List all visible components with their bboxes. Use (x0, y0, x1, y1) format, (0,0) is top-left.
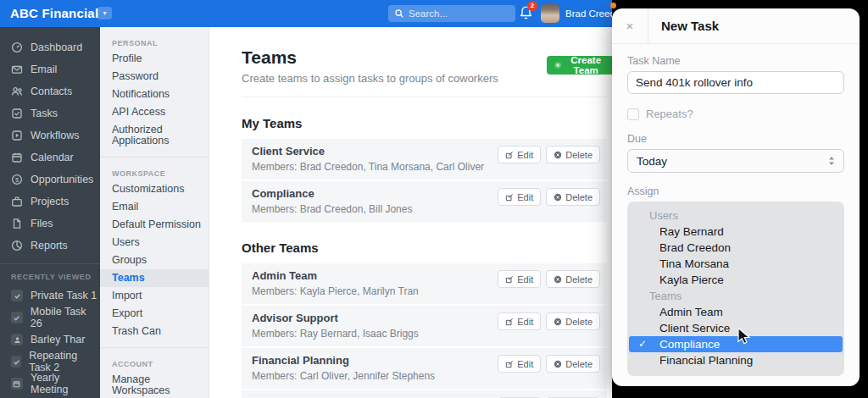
edit-button[interactable]: Edit (498, 270, 541, 288)
edit-label: Edit (517, 274, 533, 285)
assign-option-tina-morsana[interactable]: Tina Morsana (627, 256, 844, 272)
assign-option-compliance[interactable]: ✓ Compliance (629, 336, 843, 352)
main-content: Teams Create teams to assign tasks to gr… (209, 27, 614, 398)
task-check-icon (11, 356, 21, 368)
recent-item-private-task-1[interactable]: Private Task 1 (0, 285, 100, 307)
recent-item-yearly-meeting[interactable]: Yearly Meeting (0, 373, 100, 395)
workspace-switcher-caret[interactable]: ▾ (97, 7, 112, 19)
settings-sidebar: PERSONAL Profile Password Notifications … (100, 27, 209, 398)
sidebar-item-opportunities[interactable]: $ Opportunities (0, 169, 100, 191)
assign-option-label: Compliance (659, 338, 720, 351)
workspace-name: ABC Financial (10, 6, 98, 20)
recently-viewed-heading: RECENTLY VIEWED (0, 264, 100, 285)
repeats-checkbox[interactable] (627, 108, 639, 120)
sidebar-item-projects[interactable]: Projects (0, 191, 100, 213)
edit-pencil-icon (505, 275, 514, 284)
sidebar-item-reports[interactable]: Reports (0, 235, 100, 257)
settings-item-email[interactable]: Email (100, 198, 209, 216)
notifications-button[interactable]: 2 (519, 5, 534, 22)
settings-item-export[interactable]: Export (100, 305, 209, 323)
edit-button[interactable]: Edit (498, 188, 541, 206)
edit-button[interactable]: Edit (498, 146, 541, 163)
settings-item-api-access[interactable]: API Access (100, 103, 209, 121)
edit-pencil-icon (505, 360, 514, 368)
settings-item-profile[interactable]: Profile (100, 50, 209, 68)
user-avatar[interactable] (541, 4, 559, 23)
modal-body: Task Name Repeats? Due Today Assign User… (612, 44, 860, 376)
assign-option-client-service[interactable]: Client Service (627, 320, 844, 336)
delete-circle-icon (554, 275, 562, 284)
team-row-client-service: Client Service Members: Brad Creedon, Ti… (242, 139, 607, 180)
edit-button[interactable]: Edit (498, 312, 541, 330)
recent-item-repeating-task-2[interactable]: Repeating Task 2 (0, 351, 100, 373)
edit-button[interactable]: Edit (498, 355, 541, 373)
assign-option-financial-planning[interactable]: Financial Planning (627, 352, 844, 368)
pie-chart-icon (11, 240, 23, 252)
delete-button[interactable]: Delete (546, 355, 600, 373)
settings-item-notifications[interactable]: Notifications (100, 86, 209, 103)
new-task-modal: × New Task Task Name Repeats? Due Today … (612, 8, 860, 386)
recent-item-barley-thar[interactable]: Barley Thar (0, 329, 100, 351)
mouse-cursor (737, 327, 751, 347)
settings-item-authorized-applications[interactable]: Authorized Applications (100, 121, 209, 150)
create-team-button[interactable]: Create Team (547, 56, 614, 75)
task-check-icon (11, 312, 23, 323)
check-icon: ✓ (638, 336, 647, 352)
chevron-down-icon: ▾ (103, 9, 106, 17)
due-label: Due (627, 133, 844, 145)
sidebar-item-tasks[interactable]: Tasks (0, 102, 100, 124)
file-icon (11, 218, 23, 229)
delete-button[interactable]: Delete (546, 270, 600, 288)
sidebar-item-files[interactable]: Files (0, 213, 100, 235)
edit-pencil-icon (505, 193, 514, 202)
delete-button[interactable]: Delete (546, 188, 600, 206)
task-check-icon (11, 108, 23, 119)
task-name-input[interactable] (627, 71, 844, 94)
due-select[interactable]: Today (627, 149, 844, 173)
notification-badge: 2 (527, 1, 537, 11)
delete-button[interactable]: Delete (546, 146, 600, 163)
assign-option-brad-creedon[interactable]: Brad Creedon (627, 240, 844, 256)
window-minimize-dot (610, 3, 616, 8)
briefcase-icon (11, 196, 23, 207)
bottom-divider (242, 395, 607, 395)
delete-label: Delete (565, 274, 593, 285)
sidebar-item-calendar[interactable]: Calendar (0, 146, 100, 169)
assign-group-users: Users (627, 207, 844, 224)
sidebar-item-dashboard[interactable]: Dashboard (0, 36, 100, 58)
sidebar-item-label: Tasks (31, 108, 58, 119)
settings-item-teams[interactable]: Teams (100, 269, 209, 287)
close-button[interactable]: × (612, 8, 648, 43)
recent-item-mobile-task-26[interactable]: Mobile Task 26 (0, 307, 100, 329)
delete-label: Delete (565, 150, 593, 160)
settings-item-customizations[interactable]: Customizations (100, 180, 209, 198)
plus-circle-icon (554, 60, 561, 70)
delete-label: Delete (565, 317, 593, 327)
search-input[interactable] (409, 8, 502, 19)
assign-option-kayla-pierce[interactable]: Kayla Pierce (627, 272, 844, 288)
assign-option-admin-team[interactable]: Admin Team (627, 304, 844, 320)
my-teams-heading: My Teams (242, 116, 607, 130)
settings-item-groups[interactable]: Groups (100, 252, 209, 269)
assign-group-teams: Teams (627, 288, 844, 304)
assign-option-ray-bernard[interactable]: Ray Bernard (627, 224, 844, 240)
sidebar-item-label: Opportunities (31, 174, 93, 185)
settings-item-users[interactable]: Users (100, 234, 209, 252)
task-check-icon (11, 290, 23, 301)
settings-item-default-permission[interactable]: Default Permission (100, 216, 209, 234)
recent-item-label: Yearly Meeting (31, 372, 100, 395)
settings-item-password[interactable]: Password (100, 68, 209, 86)
settings-item-trash-can[interactable]: Trash Can (100, 323, 209, 340)
task-name-label: Task Name (627, 55, 844, 67)
global-search[interactable] (388, 5, 515, 22)
settings-item-manage-workspaces[interactable]: Manage Workspaces (100, 371, 209, 398)
sidebar-item-email[interactable]: Email (0, 58, 100, 80)
settings-item-import[interactable]: Import (100, 287, 209, 305)
sidebar-item-label: Contacts (31, 86, 72, 97)
sidebar-item-contacts[interactable]: Contacts (0, 80, 100, 102)
delete-button[interactable]: Delete (546, 312, 600, 330)
modal-header: × New Task (612, 8, 860, 44)
delete-label: Delete (565, 359, 593, 369)
edit-label: Edit (517, 317, 533, 327)
sidebar-item-workflows[interactable]: Workflows (0, 124, 100, 146)
